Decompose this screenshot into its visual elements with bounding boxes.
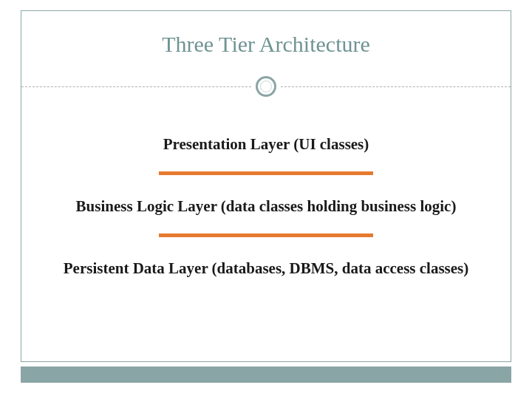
separator-rule-1 <box>159 171 373 175</box>
presentation-layer-label: Presentation Layer (UI classes) <box>51 135 481 154</box>
slide-frame: Three Tier Architecture Presentation Lay… <box>21 10 511 362</box>
separator-rule-2 <box>159 233 373 237</box>
title-divider <box>21 76 511 97</box>
persistent-layer-label: Persistent Data Layer (databases, DBMS, … <box>51 259 481 278</box>
circle-ornament-icon <box>256 76 276 97</box>
footer-bar <box>21 366 511 383</box>
business-layer-label: Business Logic Layer (data classes holdi… <box>51 197 481 216</box>
content-area: Presentation Layer (UI classes) Business… <box>51 122 481 291</box>
dashed-line-left <box>21 86 251 87</box>
dashed-line-right <box>281 86 511 87</box>
slide-title: Three Tier Architecture <box>21 32 511 57</box>
